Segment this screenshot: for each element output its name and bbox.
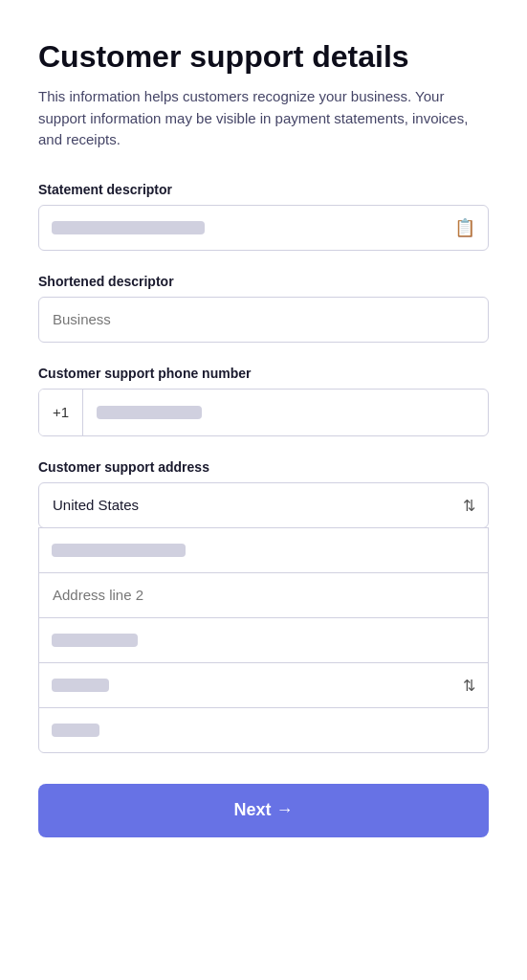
address-city-wrapper	[38, 617, 489, 663]
phone-group: Customer support phone number +1	[38, 366, 489, 436]
phone-input-wrapper: +1	[38, 389, 489, 436]
next-button[interactable]: Next →	[38, 784, 489, 837]
statement-descriptor-wrapper: 📋	[38, 205, 489, 251]
address-group: Customer support address United States C…	[38, 459, 489, 753]
statement-descriptor-input[interactable]	[38, 205, 489, 251]
address-state-wrapper: ⇅	[38, 663, 489, 708]
address-city-input[interactable]	[38, 617, 489, 663]
shortened-descriptor-label: Shortened descriptor	[38, 274, 489, 289]
statement-descriptor-label: Statement descriptor	[38, 182, 489, 197]
address-zip-wrapper	[38, 707, 489, 753]
shortened-descriptor-group: Shortened descriptor	[38, 274, 489, 343]
address-label: Customer support address	[38, 459, 489, 475]
country-select-wrapper: United States Canada United Kingdom ⇅	[38, 482, 489, 528]
phone-value-wrapper	[83, 390, 488, 435]
statement-descriptor-group: Statement descriptor 📋	[38, 182, 489, 251]
address-state-select[interactable]	[38, 662, 489, 708]
phone-input[interactable]	[83, 390, 488, 435]
address-line1-input[interactable]	[38, 527, 489, 573]
page-title: Customer support details	[38, 38, 489, 75]
shortened-descriptor-input[interactable]	[38, 297, 489, 343]
address-line2-input[interactable]	[38, 572, 489, 618]
phone-prefix: +1	[39, 390, 83, 435]
page-description: This information helps customers recogni…	[38, 86, 489, 151]
phone-label: Customer support phone number	[38, 366, 489, 381]
address-zip-input[interactable]	[38, 707, 489, 753]
address-line1-wrapper	[38, 527, 489, 573]
country-select[interactable]: United States Canada United Kingdom	[38, 482, 489, 528]
